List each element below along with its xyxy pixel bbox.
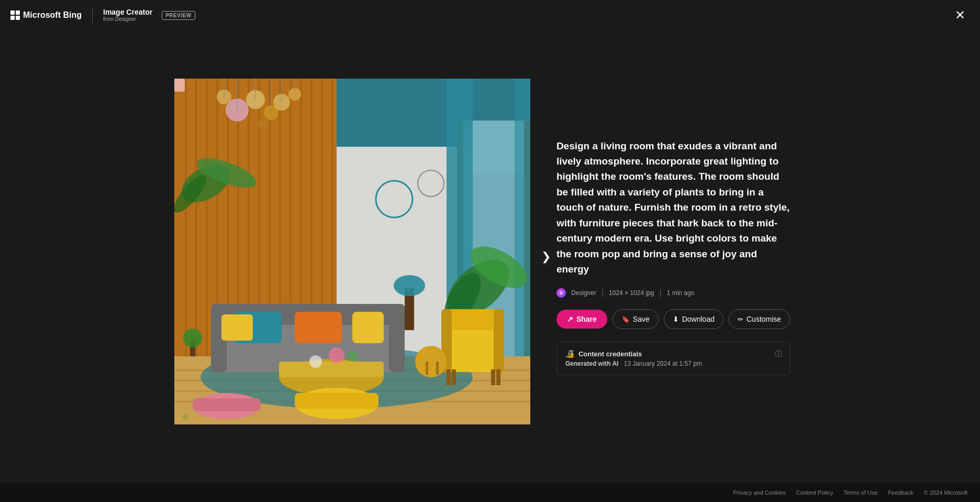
- svg-rect-63: [279, 362, 384, 377]
- svg-rect-57: [295, 312, 342, 343]
- image-section: 🌿 ❯: [164, 30, 530, 483]
- svg-rect-71: [496, 369, 500, 385]
- download-button[interactable]: ⬇ Download: [664, 309, 723, 329]
- credentials-box: 🔏 Content credentials ⓘ Generated with A…: [556, 342, 790, 375]
- generated-image: 🌿: [174, 79, 530, 424]
- action-buttons: ↗ Share 🔖 Save ⬇ Download ✏ Customise: [556, 309, 790, 329]
- meta-row: D Designer | 1024 × 1024 jpg | 1 min ago: [556, 288, 790, 298]
- brand-name: Image Creator from Designer: [103, 8, 152, 23]
- svg-rect-72: [452, 369, 456, 385]
- credentials-date: 13 January 2024 at 1:57 pm: [623, 360, 701, 367]
- svg-rect-70: [447, 369, 451, 385]
- header-divider: [92, 7, 93, 23]
- svg-point-36: [258, 118, 269, 128]
- share-button[interactable]: ↗ Share: [556, 310, 607, 329]
- customise-icon: ✏: [738, 315, 743, 323]
- bing-logo: Microsoft Bing: [10, 10, 82, 20]
- svg-point-61: [183, 329, 202, 347]
- download-icon: ⬇: [673, 315, 679, 323]
- bing-label: Microsoft Bing: [23, 10, 82, 20]
- share-icon: ↗: [567, 315, 573, 323]
- svg-point-84: [394, 275, 425, 296]
- svg-rect-59: [221, 314, 253, 341]
- main-content: 🌿 ❯ Design a living room that exudes a v…: [0, 30, 980, 483]
- preview-badge: PREVIEW: [162, 11, 195, 20]
- svg-rect-82: [436, 362, 439, 375]
- svg-text:🌿: 🌿: [182, 413, 189, 421]
- save-button[interactable]: 🔖 Save: [612, 309, 659, 329]
- close-button[interactable]: ✕: [951, 6, 970, 25]
- bing-grid-icon: [10, 10, 20, 20]
- credentials-generated-label: Generated with AI: [565, 360, 619, 367]
- svg-rect-73: [491, 369, 495, 385]
- footer-terms[interactable]: Terms of Use: [844, 489, 878, 496]
- image-container: 🌿 ❯: [174, 79, 530, 435]
- footer-content-policy[interactable]: Content Policy: [796, 489, 833, 496]
- download-label: Download: [682, 315, 715, 323]
- footer-copyright: © 2024 Microsoft: [924, 489, 967, 496]
- meta-time: 1 min ago: [667, 289, 695, 297]
- footer-feedback[interactable]: Feedback: [888, 489, 913, 496]
- credentials-title: Content credentials: [578, 350, 642, 358]
- brand-area: Microsoft Bing Image Creator from Design…: [10, 7, 195, 23]
- svg-point-79: [347, 351, 358, 362]
- svg-point-64: [309, 355, 322, 368]
- footer: Privacy and Cookies Content Policy Terms…: [0, 483, 980, 502]
- prompt-text: Design a living room that exudes a vibra…: [556, 138, 790, 277]
- customise-label: Customise: [747, 315, 781, 323]
- svg-point-80: [415, 346, 447, 377]
- svg-rect-69: [494, 309, 504, 372]
- svg-point-78: [329, 347, 344, 363]
- svg-rect-81: [426, 362, 428, 375]
- save-label: Save: [633, 315, 650, 323]
- credentials-detail: Generated with AI · 13 January 2024 at 1…: [565, 360, 781, 367]
- brand-sub: from Designer: [103, 16, 152, 23]
- meta-size: 1024 × 1024 jpg: [609, 289, 654, 297]
- credentials-info-icon[interactable]: ⓘ: [775, 350, 782, 359]
- svg-rect-77: [193, 398, 261, 411]
- svg-rect-58: [352, 312, 384, 343]
- header: Microsoft Bing Image Creator from Design…: [0, 0, 980, 30]
- svg-rect-65: [174, 79, 185, 92]
- designer-icon: D: [556, 288, 566, 298]
- designer-icon-letter: D: [560, 290, 563, 296]
- right-panel: Design a living room that exudes a vibra…: [530, 30, 816, 483]
- svg-rect-75: [295, 393, 378, 409]
- save-icon: 🔖: [621, 315, 630, 323]
- credentials-header: 🔏 Content credentials ⓘ: [565, 350, 781, 358]
- brand-main: Image Creator: [103, 8, 152, 17]
- credentials-icon: 🔏: [565, 350, 574, 358]
- next-arrow-button[interactable]: ❯: [536, 246, 556, 267]
- meta-source: Designer: [571, 289, 596, 297]
- customise-button[interactable]: ✏ Customise: [729, 309, 790, 329]
- footer-privacy[interactable]: Privacy and Cookies: [733, 489, 785, 496]
- share-label: Share: [576, 315, 597, 323]
